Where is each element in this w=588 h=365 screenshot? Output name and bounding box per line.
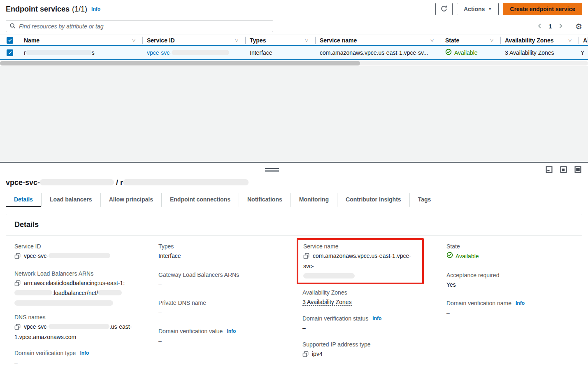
chevron-left-icon: [537, 23, 543, 30]
panel-small-icon[interactable]: [546, 166, 553, 173]
search-input[interactable]: [19, 23, 270, 30]
detail-tabs: Details Load balancers Allow principals …: [6, 193, 582, 207]
divider: [571, 22, 571, 31]
redacted-text: [123, 179, 249, 185]
filter-icon[interactable]: ▽: [235, 38, 242, 42]
pagination-tools: 1 ⚙: [534, 21, 582, 32]
details-card-title: Details: [6, 214, 582, 236]
field-domain-verification-name: Domain verification nameInfo –: [446, 300, 574, 318]
tab-allow-principals[interactable]: Allow principals: [100, 193, 161, 207]
column-header-types[interactable]: Types ▽: [246, 35, 316, 45]
copy-icon[interactable]: [14, 324, 21, 333]
copy-icon[interactable]: [14, 253, 21, 262]
redacted-text: [49, 324, 109, 329]
split-panel-drag-handle[interactable]: [265, 168, 279, 172]
info-link[interactable]: Info: [91, 6, 100, 12]
chevron-down-icon: ▼: [488, 7, 492, 11]
column-header-label: Service name: [320, 37, 357, 44]
redacted-text: [98, 290, 122, 295]
redacted-text: [26, 50, 92, 55]
column-header-acceptance[interactable]: A: [579, 35, 588, 45]
tab-load-balancers[interactable]: Load balancers: [41, 193, 100, 207]
resource-count: (1/1): [72, 5, 87, 14]
red-highlight-box: Service name com.amazonaws.vpce.us-east-…: [297, 238, 424, 284]
field-service-name: Service name com.amazonaws.vpce.us-east-…: [303, 243, 417, 278]
header-actions: Actions ▼ Create endpoint service: [435, 3, 582, 15]
name-text: s: [92, 49, 95, 56]
service-id-link[interactable]: vpce-svc-: [147, 49, 229, 56]
column-header-service-id[interactable]: Service ID ▽: [143, 35, 246, 45]
refresh-icon: [440, 5, 448, 14]
tab-notifications[interactable]: Notifications: [239, 193, 291, 207]
gear-icon: ⚙: [575, 22, 582, 31]
name-text: r: [24, 49, 26, 56]
details-column-2: Types Interface Gateway Load Balancers A…: [150, 243, 294, 365]
field-label: Service ID: [14, 243, 41, 250]
filter-icon[interactable]: ▽: [132, 38, 139, 42]
info-link[interactable]: Info: [516, 300, 525, 306]
service-id-text: vpce-svc-: [147, 49, 172, 56]
column-header-availability-zones[interactable]: Availability Zones ▽: [501, 35, 579, 45]
detail-title-name: r: [120, 178, 123, 187]
availability-zones-link[interactable]: 3 Availability Zones: [505, 49, 554, 56]
tab-details[interactable]: Details: [6, 193, 41, 207]
filter-icon[interactable]: ▽: [568, 38, 575, 42]
details-card-body: Service ID vpce-svc- Network Load Balanc…: [6, 236, 582, 365]
field-supported-ip-type: Supported IP address type ipv4: [302, 341, 430, 360]
service-id-value: vpce-svc-: [24, 253, 49, 259]
filter-icon[interactable]: ▽: [490, 38, 497, 42]
dns-name-value: vpce-svc-: [24, 323, 49, 330]
field-label: Domain verification name: [446, 300, 511, 307]
scrollbar-track[interactable]: [0, 61, 588, 66]
scrollbar-thumb[interactable]: [0, 61, 360, 66]
tab-contributor-insights[interactable]: Contributor Insights: [337, 193, 409, 207]
cell-service-id: vpce-svc-: [143, 49, 246, 56]
refresh-button[interactable]: [435, 3, 453, 15]
previous-page-button[interactable]: [534, 21, 546, 32]
column-header-state[interactable]: State ▽: [441, 35, 501, 45]
redacted-text: [303, 273, 355, 278]
copy-icon[interactable]: [14, 280, 21, 289]
copy-icon[interactable]: [303, 253, 309, 262]
nlb-arn-value: arn:aws:elasticloadbalancing:us-east-1:: [24, 280, 125, 286]
chevron-right-icon: [558, 23, 563, 30]
filter-icon[interactable]: ▽: [430, 38, 437, 42]
endpoint-services-page: Endpoint services (1/1) Info Actions ▼ C…: [0, 0, 588, 365]
select-all-checkbox[interactable]: [7, 37, 13, 44]
settings-gear-button[interactable]: ⚙: [575, 23, 582, 30]
tab-endpoint-connections[interactable]: Endpoint connections: [161, 193, 239, 207]
field-empty-value: –: [158, 308, 286, 317]
copy-icon[interactable]: [302, 351, 309, 360]
tab-tags[interactable]: Tags: [409, 193, 439, 207]
create-endpoint-service-button[interactable]: Create endpoint service: [503, 3, 582, 15]
details-column-1: Service ID vpce-svc- Network Load Balanc…: [6, 243, 150, 365]
panel-half-icon[interactable]: [560, 166, 567, 173]
next-page-button[interactable]: [554, 21, 567, 32]
detail-title-id: vpce-svc-: [6, 178, 40, 187]
actions-button[interactable]: Actions ▼: [457, 3, 499, 15]
current-page-number[interactable]: 1: [546, 23, 554, 30]
info-link[interactable]: Info: [372, 316, 381, 321]
field-state: State Available: [446, 243, 574, 261]
tab-monitoring[interactable]: Monitoring: [291, 193, 337, 207]
field-label: Private DNS name: [158, 299, 206, 306]
field-label: Domain verification status: [302, 315, 368, 322]
types-value: Interface: [158, 252, 286, 261]
page-title: Endpoint services: [6, 5, 70, 14]
column-header-service-name[interactable]: Service name ▽: [316, 35, 441, 45]
info-link[interactable]: Info: [227, 328, 236, 334]
column-header-label: Name: [24, 37, 40, 44]
column-header-name[interactable]: Name ▽: [20, 35, 143, 45]
filter-icon[interactable]: ▽: [305, 38, 311, 42]
row-checkbox[interactable]: [7, 49, 13, 56]
ip-type-value: ipv4: [312, 351, 323, 357]
column-header-label: Availability Zones: [505, 37, 554, 44]
info-link[interactable]: Info: [80, 350, 89, 356]
panel-full-icon[interactable]: [574, 166, 581, 173]
column-header-label: Service ID: [147, 37, 175, 44]
availability-zones-link[interactable]: 3 Availability Zones: [302, 299, 352, 306]
cell-name: rs: [20, 49, 143, 56]
table-row[interactable]: rs vpce-svc- Interface com.amazonaws.vpc…: [0, 45, 588, 60]
details-column-3: Service name com.amazonaws.vpce.us-east-…: [294, 243, 438, 365]
redacted-text: [40, 179, 114, 185]
